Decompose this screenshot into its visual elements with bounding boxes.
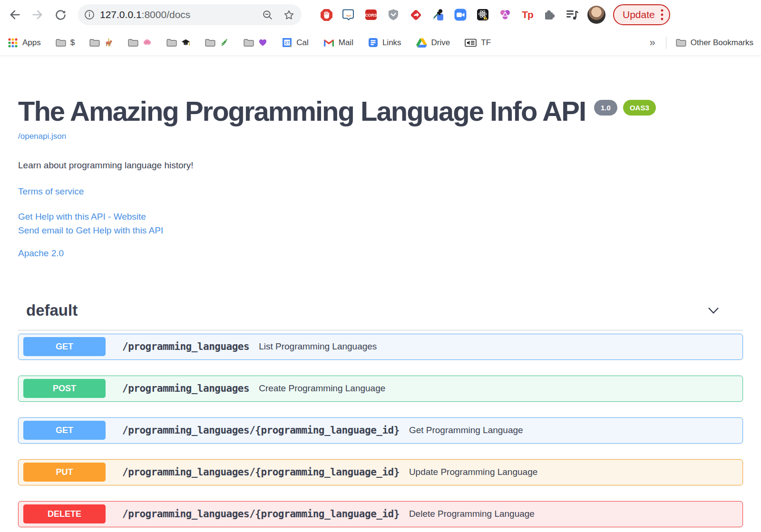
tp-extension-icon[interactable]: Tp xyxy=(521,8,534,21)
endpoint-summary: Update Programming Language xyxy=(409,467,537,477)
svg-text:CORS: CORS xyxy=(365,13,377,18)
browser-toolbar: 127.0.0.1:8000/docs CORS Tp xyxy=(0,0,761,29)
folder-icon xyxy=(676,39,686,47)
forward-button[interactable] xyxy=(29,7,46,23)
bookmarks-overflow-chevron[interactable]: » xyxy=(649,37,655,49)
url-text[interactable]: 127.0.0.1:8000/docs xyxy=(100,9,262,20)
forward-icon xyxy=(31,8,44,21)
bookmark-mail[interactable]: Mail xyxy=(323,38,353,48)
bookmark-folder-herb[interactable] xyxy=(205,38,229,47)
bookmarks-bar: Apps $ 27 Cal Mail Links Drive xyxy=(0,29,761,56)
bookmark-calendar[interactable]: 27 Cal xyxy=(282,38,309,48)
folder-icon xyxy=(166,39,177,47)
links-list-icon xyxy=(368,38,378,48)
profile-avatar[interactable] xyxy=(587,6,605,24)
method-badge: GET xyxy=(23,337,106,356)
kebab-menu-icon[interactable] xyxy=(661,9,663,21)
method-badge: GET xyxy=(23,421,106,440)
bookmark-apps[interactable]: Apps xyxy=(8,38,41,48)
react-devtools-icon[interactable] xyxy=(476,8,489,21)
bookmark-star-icon[interactable] xyxy=(283,9,295,21)
folder-icon xyxy=(128,39,138,47)
method-badge: PUT xyxy=(23,463,106,482)
endpoint-path: /programming_languages xyxy=(122,383,249,394)
purple-heart-icon xyxy=(258,38,267,47)
endpoint-path: /programming_languages/{programming_lang… xyxy=(122,466,400,478)
bookmark-links[interactable]: Links xyxy=(368,38,401,48)
apps-grid-icon xyxy=(8,38,18,48)
endpoint-path: /programming_languages/{programming_lang… xyxy=(122,425,400,436)
api-description: Learn about programming language history… xyxy=(18,160,743,171)
bookmark-tf[interactable]: TF xyxy=(465,38,491,48)
adblock-stop-hand-icon[interactable] xyxy=(320,8,333,21)
bookmark-folder-carousel[interactable] xyxy=(89,38,113,47)
herb-icon xyxy=(220,38,229,47)
folder-icon xyxy=(205,39,215,47)
method-badge: POST xyxy=(23,379,106,398)
folder-icon xyxy=(56,39,66,47)
shield-check-icon[interactable] xyxy=(387,8,400,21)
section-title: default xyxy=(26,301,78,319)
terms-of-service-link[interactable]: Terms of service xyxy=(18,186,743,197)
endpoint-path: /programming_languages xyxy=(122,341,249,352)
puzzle-extensions-icon[interactable] xyxy=(543,8,556,21)
get-help-website-link[interactable]: Get Help with this API - Website xyxy=(18,210,743,223)
section-header-default[interactable]: default xyxy=(18,301,743,330)
folder-icon xyxy=(89,39,100,47)
bookmark-folder-purple-heart[interactable] xyxy=(244,38,267,47)
endpoint-row-post-create[interactable]: POST /programming_languages Create Progr… xyxy=(18,376,743,402)
google-drive-icon xyxy=(416,38,427,48)
speaker-card-icon xyxy=(465,38,477,48)
endpoint-row-put-update[interactable]: PUT /programming_languages/{programming_… xyxy=(18,459,743,485)
send-email-link[interactable]: Send email to Get Help with this API xyxy=(18,223,743,237)
bookmark-folder-brain[interactable] xyxy=(128,38,152,47)
update-button[interactable]: Update xyxy=(613,4,670,25)
endpoint-row-get-list[interactable]: GET /programming_languages List Programm… xyxy=(18,334,743,360)
endpoint-summary: Delete Programming Language xyxy=(409,509,535,519)
version-badge: 1.0 xyxy=(594,100,617,116)
cors-icon[interactable]: CORS xyxy=(364,8,378,21)
bookmark-folder-graduation[interactable] xyxy=(166,38,190,47)
endpoint-summary: List Programming Languages xyxy=(259,341,377,352)
swagger-page: The Amazing Programming Language Info AP… xyxy=(0,97,761,527)
oas3-badge: OAS3 xyxy=(623,100,656,116)
bookmark-folder-dollar[interactable]: $ xyxy=(56,38,75,48)
purple-recycle-icon[interactable] xyxy=(498,8,512,21)
method-badge: DELETE xyxy=(23,504,106,523)
endpoint-row-delete[interactable]: DELETE /programming_languages/{programmi… xyxy=(18,501,743,527)
reload-icon xyxy=(54,9,67,21)
graduation-cap-icon xyxy=(181,38,190,47)
chat-bubble-icon[interactable] xyxy=(342,8,355,21)
gmail-icon xyxy=(323,38,334,47)
url-bar[interactable]: 127.0.0.1:8000/docs xyxy=(78,4,302,25)
license-link[interactable]: Apache 2.0 xyxy=(18,248,743,259)
endpoint-list: GET /programming_languages List Programm… xyxy=(18,330,743,527)
zoom-out-icon[interactable] xyxy=(262,9,273,21)
endpoint-row-get-one[interactable]: GET /programming_languages/{programming_… xyxy=(18,417,743,444)
other-bookmarks[interactable]: Other Bookmarks xyxy=(676,38,753,48)
reload-button[interactable] xyxy=(52,7,68,23)
back-button[interactable] xyxy=(7,7,23,23)
music-playlist-icon[interactable] xyxy=(566,8,579,21)
chevron-down-icon[interactable] xyxy=(707,304,720,317)
site-info-icon[interactable] xyxy=(84,9,95,20)
update-label: Update xyxy=(623,9,655,20)
openapi-json-link[interactable]: /openapi.json xyxy=(18,132,66,141)
google-calendar-icon: 27 xyxy=(282,38,292,48)
brain-icon xyxy=(143,38,152,47)
endpoint-summary: Create Programming Language xyxy=(259,383,385,394)
folder-icon xyxy=(244,39,254,47)
endpoint-path: /programming_languages/{programming_lang… xyxy=(122,508,400,520)
zoom-video-camera-icon[interactable] xyxy=(454,8,467,21)
svg-text:27: 27 xyxy=(284,40,290,45)
endpoint-summary: Get Programming Language xyxy=(409,425,523,435)
color-eyedropper-icon[interactable] xyxy=(431,8,445,21)
extension-strip: CORS Tp xyxy=(320,8,579,21)
back-icon xyxy=(8,8,21,21)
bookmarks-divider xyxy=(666,37,666,49)
share-diamond-arrow-icon[interactable] xyxy=(409,8,422,21)
carousel-horse-icon xyxy=(104,38,113,47)
bookmark-drive[interactable]: Drive xyxy=(416,38,450,48)
page-title: The Amazing Programming Language Info AP… xyxy=(18,97,585,126)
